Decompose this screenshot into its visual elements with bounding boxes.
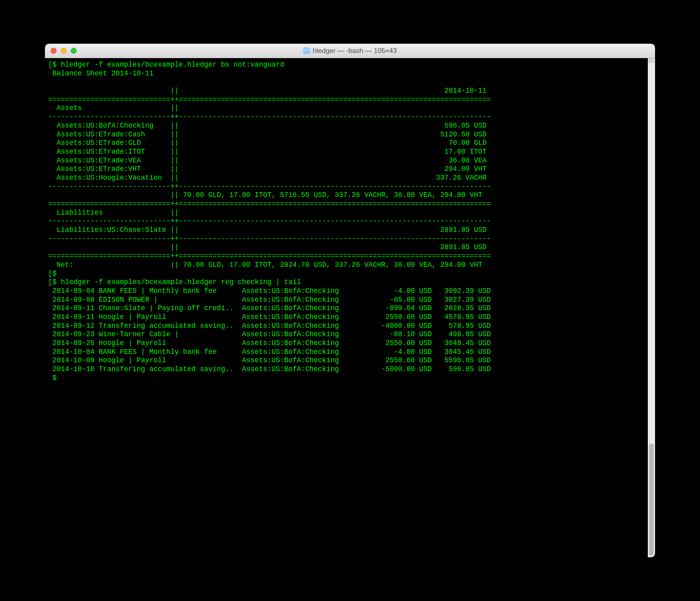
folder-icon xyxy=(303,48,310,54)
window-title: hledger — -bash — 105×43 xyxy=(303,47,397,55)
scrollbar[interactable] xyxy=(648,58,655,557)
scroll-indicator xyxy=(648,58,654,63)
terminal-body: [$ hledger -f examples/bcexample.hledger… xyxy=(45,58,655,557)
scroll-thumb[interactable] xyxy=(649,443,654,556)
window-title-text: hledger — -bash — 105×43 xyxy=(313,47,397,55)
minimize-button[interactable] xyxy=(61,48,67,54)
terminal-output[interactable]: [$ hledger -f examples/bcexample.hledger… xyxy=(45,58,648,557)
maximize-button[interactable] xyxy=(71,48,77,54)
titlebar[interactable]: hledger — -bash — 105×43 xyxy=(45,44,655,58)
terminal-window: hledger — -bash — 105×43 [$ hledger -f e… xyxy=(45,44,655,557)
traffic-lights xyxy=(51,48,77,54)
close-button[interactable] xyxy=(51,48,57,54)
